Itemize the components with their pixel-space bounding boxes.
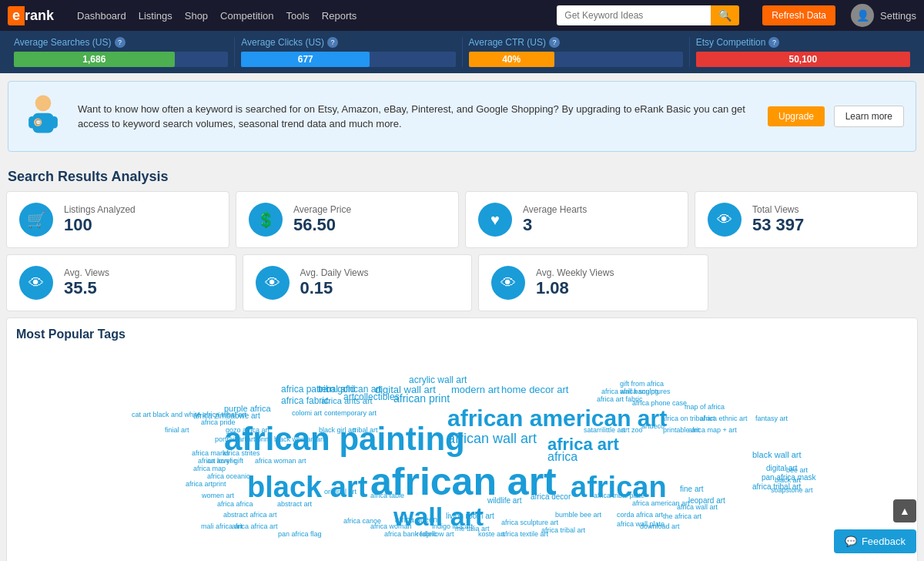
tag-word[interactable]: original art bbox=[324, 488, 357, 497]
tag-word[interactable]: soapstone art bbox=[771, 486, 813, 495]
card-label-avg-views: Avg. Views bbox=[64, 267, 109, 278]
tag-word[interactable]: africa woman art bbox=[255, 457, 306, 466]
feedback-button[interactable]: 💬 Feedback bbox=[834, 529, 916, 553]
nav-shop[interactable]: Shop bbox=[185, 10, 208, 22]
card-avg-views: 👁 Avg. Views 35.5 bbox=[6, 254, 236, 311]
tag-word[interactable]: africa artprint bbox=[186, 480, 226, 489]
avatar[interactable]: 👤 bbox=[851, 4, 874, 27]
tag-word[interactable]: african wall art bbox=[447, 430, 537, 448]
tag-word[interactable]: africa wall art bbox=[677, 503, 718, 512]
refresh-button[interactable]: Refresh Data bbox=[762, 5, 835, 25]
tag-word[interactable]: the africa art bbox=[663, 512, 701, 522]
nav-dashboard[interactable]: Dashboard bbox=[77, 10, 126, 22]
tag-word[interactable]: map of africa bbox=[685, 403, 725, 412]
nav-listings[interactable]: Listings bbox=[139, 10, 172, 22]
tag-word[interactable]: africa table bbox=[370, 492, 404, 501]
tag-word[interactable]: download art bbox=[640, 522, 680, 532]
tag-word[interactable]: fantasy art bbox=[755, 415, 788, 424]
tag-word[interactable]: acrylic wall art bbox=[409, 375, 467, 387]
tag-word[interactable]: africa on tribal art bbox=[661, 415, 715, 424]
card-icon-weekly-views: 👁 bbox=[491, 266, 525, 300]
tag-word[interactable]: contemporary art bbox=[324, 409, 377, 418]
tag-word[interactable]: living room art bbox=[446, 511, 494, 521]
card-value-hearts: 3 bbox=[523, 215, 587, 235]
card-icon-daily-views: 👁 bbox=[256, 266, 290, 300]
card-icon-listings: 🛒 bbox=[19, 203, 53, 237]
help-icon-ctr[interactable]: ? bbox=[549, 37, 560, 48]
card-info-listings: Listings Analyzed 100 bbox=[64, 204, 136, 235]
card-label-price: Average Price bbox=[293, 204, 351, 215]
stat-fill-clicks: 677 bbox=[241, 52, 370, 67]
tag-word[interactable]: africa acrylic bbox=[198, 457, 236, 466]
tag-word[interactable]: africa art fabric bbox=[597, 395, 643, 405]
tag-word[interactable]: black girl art bbox=[319, 426, 357, 435]
help-icon-searches[interactable]: ? bbox=[115, 37, 126, 48]
tag-word[interactable]: portrait art bbox=[215, 435, 246, 445]
logo-rank: rank bbox=[25, 8, 54, 24]
learn-more-button[interactable]: Learn more bbox=[834, 106, 904, 127]
card-value-views: 53 397 bbox=[752, 215, 804, 235]
stat-fill-searches: 1,686 bbox=[14, 52, 175, 67]
tag-word[interactable]: black wall art bbox=[752, 449, 802, 460]
tag-word[interactable]: pan africa flag bbox=[278, 530, 322, 539]
feedback-chat-icon: 💬 bbox=[845, 536, 857, 547]
tag-word[interactable]: africa decor bbox=[531, 492, 571, 502]
stats-bar: Average Searches (US) ? 1,686 Average Cl… bbox=[0, 31, 924, 73]
tag-word[interactable]: africa africa bbox=[217, 500, 253, 509]
tag-word[interactable]: indigo lisa art bbox=[432, 522, 473, 532]
help-icon-clicks[interactable]: ? bbox=[327, 37, 338, 48]
nav-competition[interactable]: Competition bbox=[220, 10, 273, 22]
nav-reports[interactable]: Reports bbox=[322, 10, 357, 22]
tag-word[interactable]: art print bbox=[247, 435, 271, 445]
tag-word[interactable]: africa bank fabric bbox=[384, 530, 437, 539]
tag-cloud: african paintingafrican american artafri… bbox=[16, 349, 908, 549]
tag-word[interactable]: africa queen bbox=[395, 515, 437, 525]
search-box: 🔍 bbox=[557, 5, 739, 25]
tag-word[interactable]: africa bbox=[547, 449, 578, 465]
stat-bar-clicks: 677 bbox=[241, 52, 455, 67]
tag-word[interactable]: women art bbox=[202, 492, 234, 501]
nav-links: Dashboard Listings Shop Competition Tool… bbox=[77, 10, 357, 22]
card-info-weekly-views: Avg. Weekly Views 1.08 bbox=[536, 267, 614, 298]
stat-col-competition: Etsy Competition ? 50,100 bbox=[690, 37, 916, 67]
stat-col-searches: Average Searches (US) ? 1,686 bbox=[8, 37, 235, 67]
tag-word[interactable]: colomi art bbox=[292, 409, 322, 418]
upgrade-button[interactable]: Upgrade bbox=[768, 106, 825, 126]
help-icon-competition[interactable]: ? bbox=[768, 37, 779, 48]
card-views: 👁 Total Views 53 397 bbox=[695, 191, 918, 248]
tag-word[interactable]: wildlife art bbox=[487, 495, 521, 506]
tag-word[interactable]: finial art bbox=[165, 426, 189, 435]
tag-word[interactable]: gozo africa art bbox=[226, 426, 270, 435]
tag-word[interactable]: abstract art bbox=[277, 500, 312, 509]
tag-word[interactable]: black woman art bbox=[274, 435, 325, 445]
logo[interactable]: e rank bbox=[8, 6, 54, 25]
tag-word[interactable]: bumble bee art bbox=[555, 511, 601, 520]
logo-e: e bbox=[8, 6, 25, 25]
tag-word[interactable]: black art bbox=[775, 476, 801, 485]
search-input[interactable] bbox=[557, 5, 711, 25]
card-info-avg-views: Avg. Views 35.5 bbox=[64, 267, 109, 298]
tag-word[interactable]: africa africa art bbox=[232, 522, 278, 532]
banner-text: Want to know how often a keyword is sear… bbox=[78, 102, 756, 132]
nav-tools[interactable]: Tools bbox=[286, 10, 309, 22]
tag-word[interactable]: art zoo bbox=[621, 426, 643, 435]
user-section: 👤 Settings bbox=[851, 4, 916, 27]
tag-word[interactable]: tribal art bbox=[353, 426, 378, 435]
tag-word[interactable]: home decor art bbox=[501, 384, 568, 397]
tag-word[interactable]: fine art bbox=[680, 484, 704, 494]
stat-label-competition: Etsy Competition ? bbox=[696, 37, 910, 48]
tag-word[interactable]: bee art bbox=[786, 466, 808, 475]
tag-word[interactable]: africa ants art bbox=[321, 395, 373, 406]
tag-word[interactable]: artdeco bbox=[641, 422, 665, 432]
tag-word[interactable]: abstract africa art bbox=[223, 511, 277, 520]
tag-word[interactable]: africa tribal art bbox=[541, 526, 585, 536]
card-hearts: ♥ Average Hearts 3 bbox=[465, 191, 688, 248]
search-button[interactable]: 🔍 bbox=[711, 5, 739, 25]
card-info-daily-views: Avg. Daily Views 0.15 bbox=[300, 267, 369, 298]
tag-word[interactable]: africa map + art bbox=[688, 426, 737, 435]
tag-word[interactable]: satarri bbox=[584, 426, 603, 435]
settings-link[interactable]: Settings bbox=[880, 10, 916, 22]
tag-word[interactable]: corda africa art bbox=[617, 511, 663, 520]
card-icon-price: 💲 bbox=[249, 203, 283, 237]
scroll-top-button[interactable]: ▲ bbox=[893, 499, 916, 522]
